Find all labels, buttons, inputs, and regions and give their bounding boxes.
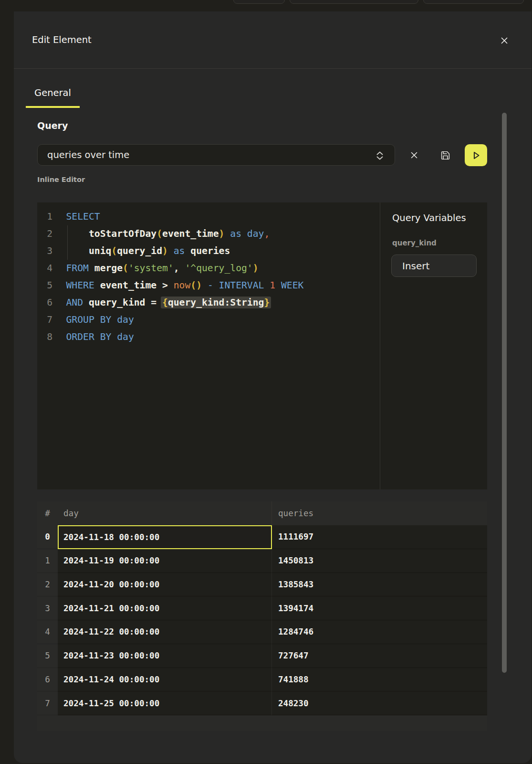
query-select-row: queries over time <box>37 144 511 166</box>
column-header-index[interactable]: # <box>37 501 58 525</box>
day-cell[interactable]: 2024-11-18 00:00:00 <box>58 525 272 549</box>
table-header-row: #dayqueries <box>37 501 487 525</box>
insert-variable-button[interactable]: Insert <box>391 255 477 277</box>
code-token <box>168 245 174 256</box>
row-index-cell[interactable]: 3 <box>37 596 58 620</box>
day-cell[interactable]: 2024-11-23 00:00:00 <box>58 644 272 668</box>
line-number: 5 <box>37 277 52 294</box>
code-token <box>224 228 230 239</box>
row-index-cell[interactable]: 6 <box>37 668 58 692</box>
code-token: INTERVAL <box>219 280 264 291</box>
code-token: , <box>264 228 270 239</box>
code-token <box>111 331 117 342</box>
play-icon <box>470 149 482 161</box>
line-number: 6 <box>37 294 52 311</box>
background-toolbar-button[interactable] <box>423 0 524 4</box>
column-header-queries[interactable]: queries <box>272 501 487 525</box>
code-line: 8ORDER BY day <box>37 329 380 346</box>
tab-general[interactable]: General <box>26 79 80 108</box>
code-token <box>94 331 100 342</box>
queries-cell[interactable]: 1385843 <box>272 573 487 597</box>
day-cell[interactable]: 2024-11-24 00:00:00 <box>58 668 272 692</box>
table-row: 22024-11-20 00:00:001385843 <box>37 573 487 597</box>
clear-query-button[interactable] <box>406 147 422 163</box>
row-index-cell[interactable]: 1 <box>37 549 58 573</box>
clear-icon <box>409 150 419 160</box>
code-token: as <box>230 228 241 239</box>
query-select[interactable]: queries over time <box>37 144 395 166</box>
code-token: uniq <box>89 245 111 256</box>
code-token: day <box>247 228 264 239</box>
run-query-button[interactable] <box>465 144 487 166</box>
code-area[interactable]: 1SELECT2 toStartOfDay(event_time) as day… <box>37 202 380 489</box>
indent-guide <box>67 225 68 260</box>
queries-cell[interactable]: 1394174 <box>272 596 487 620</box>
code-line: 7GROUP BY day <box>37 311 380 329</box>
queries-cell[interactable]: 741888 <box>272 668 487 692</box>
save-query-button[interactable] <box>437 147 453 163</box>
code-token <box>168 280 174 291</box>
modal-scrollbar-thumb[interactable] <box>502 113 507 673</box>
code-token: ORDER <box>66 331 94 342</box>
code-token: 'system' <box>128 263 174 274</box>
table-row: 02024-11-18 00:00:001111697 <box>37 525 487 549</box>
code-token <box>66 245 89 256</box>
code-token: query_kind:String <box>168 297 264 308</box>
row-index-cell[interactable]: 2 <box>37 573 58 597</box>
code-token: now <box>174 280 191 291</box>
code-token: as <box>174 245 185 256</box>
code-token <box>94 280 100 291</box>
close-button[interactable] <box>497 33 511 48</box>
table-footer <box>37 715 487 731</box>
background-toolbar-button[interactable] <box>233 0 285 4</box>
code-token: '^query_log' <box>185 263 252 274</box>
code-token: ( <box>111 245 117 256</box>
code-token: queries <box>190 245 230 256</box>
code-token: FROM <box>66 263 89 274</box>
queries-cell[interactable]: 1284746 <box>272 620 487 644</box>
row-index-cell[interactable]: 5 <box>37 644 58 668</box>
background-toolbar-button[interactable] <box>290 0 418 4</box>
row-index-cell[interactable]: 4 <box>37 620 58 644</box>
code-token: () <box>190 280 202 291</box>
code-token: SELECT <box>66 211 100 222</box>
row-index-cell[interactable]: 7 <box>37 691 58 715</box>
day-cell[interactable]: 2024-11-19 00:00:00 <box>58 549 272 573</box>
queries-cell[interactable]: 248230 <box>272 691 487 715</box>
code-token: ) <box>219 228 225 239</box>
day-cell[interactable]: 2024-11-21 00:00:00 <box>58 596 272 620</box>
queries-cell[interactable]: 1450813 <box>272 549 487 573</box>
day-cell[interactable]: 2024-11-20 00:00:00 <box>58 573 272 597</box>
results-table: #dayqueries02024-11-18 00:00:00111169712… <box>37 501 487 731</box>
queries-cell[interactable]: 1111697 <box>272 525 487 549</box>
modal-header: Edit Element <box>14 11 532 69</box>
code-token: { <box>162 297 168 308</box>
day-cell[interactable]: 2024-11-22 00:00:00 <box>58 620 272 644</box>
variable-name-label: query_kind <box>392 239 437 247</box>
line-number: 3 <box>37 243 52 260</box>
code-token: day <box>117 331 134 342</box>
query-select-value: queries over time <box>47 149 129 160</box>
query-variables-heading: Query Variables <box>392 212 466 223</box>
modal-title: Edit Element <box>32 11 92 69</box>
code-token <box>202 280 208 291</box>
code-token <box>83 297 89 308</box>
line-number: 7 <box>37 311 52 329</box>
close-icon <box>499 35 510 46</box>
queries-cell[interactable]: 727647 <box>272 644 487 668</box>
day-cell[interactable]: 2024-11-25 00:00:00 <box>58 691 272 715</box>
row-index-cell[interactable]: 0 <box>37 525 58 549</box>
code-token: > <box>162 280 168 291</box>
code-token: , <box>174 263 179 274</box>
code-token: ) <box>253 263 259 274</box>
inline-editor-label: Inline Editor <box>37 176 85 183</box>
column-header-day[interactable]: day <box>58 501 272 525</box>
line-number: 2 <box>37 225 52 243</box>
code-token: GROUP <box>66 314 94 325</box>
code-line: 4FROM merge('system', '^query_log') <box>37 260 380 277</box>
tab-general-label: General <box>34 87 71 98</box>
code-token <box>241 228 247 239</box>
code-token: toStartOfDay <box>89 228 156 239</box>
code-line: 1SELECT <box>37 208 380 225</box>
line-number: 8 <box>37 329 52 346</box>
